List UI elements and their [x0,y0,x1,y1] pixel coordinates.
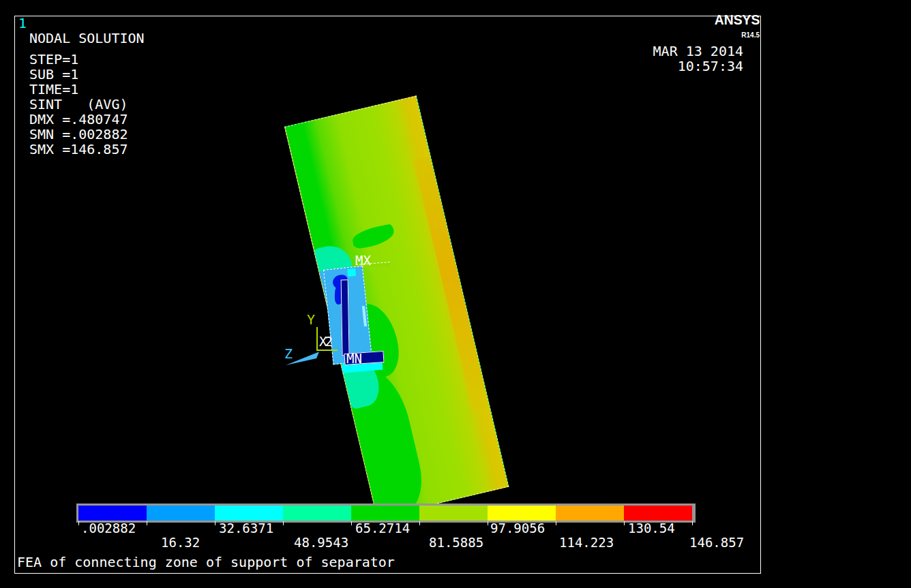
contour-notch-cyan [347,268,356,277]
legend-value: 130.54 [628,523,675,533]
separator-shell-contour [284,95,509,518]
legend-value: 97.9056 [490,523,545,533]
legend-tick [351,521,352,525]
legend-value: 81.5885 [429,537,483,548]
plot-title: FEA of connecting zone of support of sep… [17,556,395,568]
contour-blob-green-leaf [351,223,396,249]
legend-segment [147,506,215,521]
legend-segment [624,506,692,521]
triad-x-axis-label: X2 [319,335,331,347]
legend-segment [78,506,147,521]
legend-tick [692,521,693,525]
legend-tick [624,521,625,525]
support-bolt [341,279,350,356]
legend-color-strip [78,506,692,521]
legend-value: 32.6371 [219,523,273,533]
contour-legend-bar [76,504,696,523]
legend-value: 146.857 [689,537,744,548]
legend-segment [283,506,351,521]
legend-segment [488,506,556,521]
triad-x-axis-line [316,350,338,351]
legend-tick [488,521,488,525]
contour-blob-yellow-band [413,156,490,412]
legend-tick [215,521,215,525]
model-viewport[interactable]: MX MN Y X2 Z [15,16,759,572]
contour-sliver-cyan [362,306,367,326]
ansys-graphics-window: { "window": { "plot_id": "1", "backgroun… [0,0,911,588]
legend-segment [556,506,624,521]
legend-tick [147,521,147,525]
legend-tick [419,521,420,525]
legend-tick [78,521,79,525]
legend-tick [556,521,556,525]
triad-z-axis-label: Z [284,347,293,360]
legend-value: 48.9543 [294,537,348,548]
legend-tick [283,521,284,525]
legend-value: 16.32 [161,537,200,548]
legend-value: 65.2714 [355,523,410,533]
legend-segment [351,506,419,521]
triad-y-axis-label: Y [307,313,315,326]
legend-value: .002882 [81,523,136,533]
triad-y-axis-line [316,327,318,351]
max-node-label: MX [355,255,371,266]
legend-segment [419,506,488,521]
min-node-label: MN [346,353,362,364]
legend-segment [215,506,283,521]
legend-value: 114.223 [559,537,614,548]
